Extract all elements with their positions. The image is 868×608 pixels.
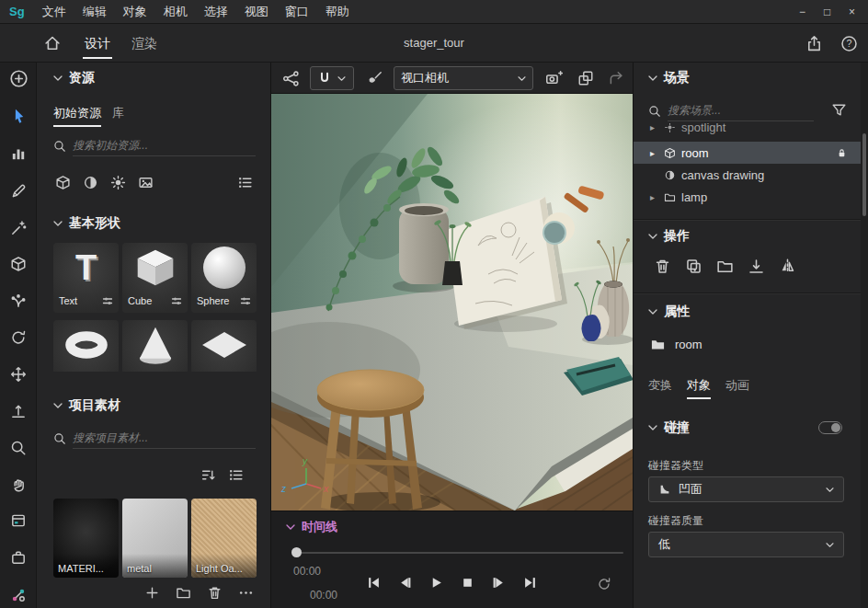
scene-filter-button[interactable] [828,99,849,120]
shapes-header[interactable]: 基本形状 [53,215,120,232]
expand-caret[interactable]: ▸ [650,123,658,132]
asset-list-view-button[interactable] [234,172,255,192]
graph-tool-button[interactable] [8,143,29,164]
tab-animation[interactable]: 动画 [725,377,749,394]
duplicate-icon[interactable] [685,258,702,275]
right-scrollbar[interactable] [861,63,868,608]
collider-type-dropdown[interactable]: 凹面 [648,476,844,502]
zoom-tool-button[interactable] [8,438,29,458]
loop-button[interactable] [594,574,614,594]
filter-models-icon[interactable] [55,175,71,190]
select-tool-button[interactable] [8,106,29,126]
share-button[interactable] [804,33,824,53]
shape-tile-cone[interactable]: Cone [122,320,188,372]
move-tool-button[interactable] [8,364,29,384]
assets-panel-button[interactable] [8,547,29,568]
close-button[interactable]: × [839,6,864,18]
tab-design[interactable]: 设计 [85,24,110,63]
timeline-track[interactable] [293,552,623,554]
adjust-icon[interactable] [102,295,113,306]
tab-library[interactable]: 库 [112,105,124,121]
list-view-icon[interactable] [228,467,244,483]
tree-item-room[interactable]: ▸ room [634,142,861,164]
lock-badge[interactable] [836,147,848,159]
scene-search-input[interactable] [668,101,814,121]
step-back-button[interactable] [398,576,412,590]
assets-search-input[interactable] [73,136,256,156]
timeline-playhead[interactable] [291,547,302,557]
timeline-header[interactable]: 时间线 [286,519,337,535]
tree-row-clipped[interactable]: ▸ spotlight [634,123,861,140]
expand-caret[interactable]: ▸ [650,148,658,158]
tree-item-canvas-drawing[interactable]: canvas drawing [634,164,861,186]
skip-end-button[interactable] [523,576,537,590]
folder-icon[interactable] [176,585,191,601]
duplicate-view-button[interactable] [576,68,596,88]
wand-tool-button[interactable] [8,218,29,238]
more-options-icon[interactable] [238,585,254,601]
menu-object[interactable]: 对象 [115,4,155,20]
filter-images-icon[interactable] [138,175,154,190]
collision-header[interactable]: 碰撞 [648,419,690,436]
collision-toggle[interactable] [818,421,842,434]
assets-header[interactable]: 资源 [53,70,95,86]
menu-window[interactable]: 窗口 [277,4,317,20]
shape-tile-text[interactable]: T Text [53,243,119,313]
project-tile-lightoak[interactable]: Light Oa... [191,499,257,578]
tab-render[interactable]: 渲染 [131,24,157,63]
maximize-button[interactable]: □ [815,6,839,18]
add-asset-icon[interactable] [144,585,160,601]
sort-icon[interactable] [200,467,216,483]
scene-header[interactable]: 场景 [648,70,690,86]
project-tile-material[interactable]: MATERI... [53,499,119,578]
step-forward-button[interactable] [492,576,506,590]
play-button[interactable] [429,576,443,590]
trash-icon[interactable] [207,585,223,601]
stop-button[interactable] [461,576,474,590]
properties-header[interactable]: 属性 [648,304,690,320]
tab-starter-assets[interactable]: 初始资源 [53,105,101,121]
scrollbar-thumb[interactable] [862,133,866,216]
swatches-panel-button[interactable] [8,585,29,605]
brush-button[interactable] [365,68,385,88]
import-icon[interactable] [748,258,765,275]
camera-add-button[interactable] [543,68,564,88]
shape-tile-torus[interactable]: Torus [53,320,119,372]
add-tool-button[interactable] [8,68,29,88]
project-search-input[interactable] [73,429,256,449]
redo-view-button[interactable] [606,68,626,88]
shape-tile-cube[interactable]: Cube [122,243,188,313]
scatter-tool-button[interactable] [8,291,29,311]
skip-start-button[interactable] [367,576,381,590]
group-folder-icon[interactable] [716,258,734,275]
snap-dropdown[interactable] [310,66,354,90]
home-button[interactable] [42,33,63,53]
help-button[interactable]: ? [839,33,859,53]
3d-viewport[interactable]: x y z [271,94,633,510]
scale-tool-button[interactable] [8,401,29,421]
pan-tool-button[interactable] [8,475,29,495]
menu-view[interactable]: 视图 [236,4,277,20]
tree-item-lamp[interactable]: ▸ lamp [634,186,861,208]
shape-tile-plane[interactable]: Plane [191,320,257,372]
delete-icon[interactable] [654,258,671,275]
primitive-tool-button[interactable] [8,254,29,274]
project-assets-header[interactable]: 项目素材 [53,397,120,414]
adjust-icon[interactable] [240,295,251,306]
node-link-button[interactable] [280,68,301,88]
minimize-button[interactable]: − [790,6,815,18]
project-tile-metal[interactable]: metal [122,499,188,578]
collider-quality-dropdown[interactable]: 低 [648,532,844,557]
actions-header[interactable]: 操作 [648,228,690,245]
tab-transform[interactable]: 变换 [648,377,672,394]
menu-file[interactable]: 文件 [34,4,74,20]
mirror-icon[interactable] [779,258,796,275]
menu-camera[interactable]: 相机 [155,4,196,20]
camera-select[interactable]: 视口相机 [394,66,533,90]
shape-tile-sphere[interactable]: Sphere [191,243,257,313]
tab-object[interactable]: 对象 [687,377,711,394]
adjust-icon[interactable] [171,295,182,306]
menu-help[interactable]: 帮助 [317,4,358,20]
menu-edit[interactable]: 编辑 [74,4,115,20]
orbit-tool-button[interactable] [8,327,29,348]
